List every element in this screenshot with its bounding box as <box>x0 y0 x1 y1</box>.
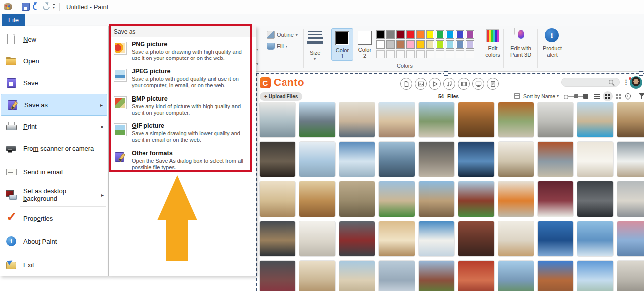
search-input[interactable] <box>561 78 620 87</box>
asset-thumbnail-classic-living-room[interactable] <box>299 260 336 291</box>
color-swatch[interactable] <box>426 30 434 39</box>
color-swatch[interactable] <box>406 30 415 39</box>
file-menu-item-new[interactable]: New <box>0 28 108 50</box>
undo-icon[interactable] <box>31 2 41 12</box>
asset-thumbnail-white-galley-kitchen[interactable] <box>299 221 336 257</box>
color-swatch[interactable] <box>416 40 425 49</box>
color1-button[interactable]: Color 1 <box>331 28 353 61</box>
file-menu-item-from-scanner-or-camera[interactable]: From scanner or camera <box>0 137 108 159</box>
file-tab[interactable]: File <box>2 14 25 26</box>
asset-thumbnail-blue-porch-home[interactable] <box>339 141 375 177</box>
asset-thumbnail-dark-modern-interior[interactable] <box>577 181 614 217</box>
empty-color-slot[interactable] <box>436 50 444 58</box>
redo-icon[interactable] <box>41 2 51 12</box>
file-menu-item-properties[interactable]: Properties <box>0 207 108 229</box>
empty-color-slot[interactable] <box>456 50 464 58</box>
asset-thumbnail-stone-cottage[interactable] <box>418 181 455 217</box>
asset-thumbnail-white-kitchen-island[interactable] <box>498 141 534 177</box>
empty-color-slot[interactable] <box>386 50 395 58</box>
sort-icon[interactable] <box>514 93 520 99</box>
image-filter-icon[interactable] <box>415 78 427 90</box>
filter-icon[interactable] <box>639 93 644 99</box>
asset-thumbnail-glass-tower-clouds[interactable] <box>577 221 614 257</box>
asset-thumbnail-balcony-facade-sky[interactable] <box>299 141 336 177</box>
asset-thumbnail-glass-apartments[interactable] <box>378 141 415 177</box>
asset-thumbnail-house-with-pool[interactable] <box>577 102 614 138</box>
asset-thumbnail-palm-courtyard[interactable] <box>458 102 495 138</box>
asset-thumbnail-beige-living-room[interactable] <box>617 102 644 138</box>
customize-toolbar-icon[interactable]: ▾ <box>53 4 55 9</box>
empty-color-slot[interactable] <box>406 50 415 58</box>
notes-filter-icon[interactable] <box>487 78 499 90</box>
asset-thumbnail-bathroom-freestanding-tub[interactable] <box>617 141 644 177</box>
file-menu-item-exit[interactable]: Exit <box>0 254 108 276</box>
asset-thumbnail-cream-kitchen[interactable] <box>259 181 296 217</box>
shapes-dropdown-caret-icon[interactable]: ▾ <box>256 47 258 52</box>
asset-thumbnail-suburban-homes-sky[interactable] <box>577 260 614 291</box>
asset-thumbnail-white-loft-interior[interactable] <box>537 102 574 138</box>
empty-color-slot[interactable] <box>376 50 385 58</box>
asset-thumbnail-balcony-corridor[interactable] <box>378 221 415 257</box>
color-swatch[interactable] <box>456 40 464 49</box>
asset-thumbnail-city-skyline-park[interactable] <box>498 260 534 291</box>
asset-thumbnail-studio-with-bicycle[interactable] <box>617 260 644 291</box>
file-menu-item-print[interactable]: Print▸ <box>0 116 108 137</box>
color-swatch[interactable] <box>376 40 385 49</box>
asset-thumbnail-bright-bedroom[interactable] <box>577 141 614 177</box>
sort-by-label[interactable]: Sort by Name <box>523 93 555 99</box>
color-swatch[interactable] <box>436 30 444 39</box>
file-menu-item-save-as[interactable]: Save as▸ <box>1 94 107 116</box>
canto-logo-icon[interactable]: C <box>260 77 271 88</box>
color-swatch[interactable] <box>376 30 385 39</box>
asset-thumbnail-shopping-street[interactable] <box>418 102 455 138</box>
user-avatar[interactable] <box>630 76 642 89</box>
asset-thumbnail-brick-estate-lawn[interactable] <box>418 260 455 291</box>
color-swatch[interactable] <box>456 30 464 39</box>
asset-thumbnail-tower-lookup[interactable] <box>378 260 415 291</box>
map-pin-icon[interactable] <box>624 92 632 100</box>
color-swatch[interactable] <box>396 40 405 49</box>
asset-thumbnail-business-meeting[interactable] <box>339 102 375 138</box>
asset-thumbnail-kitchen-bar-stools[interactable] <box>259 102 296 138</box>
color-swatch[interactable] <box>436 40 444 49</box>
asset-thumbnail-charcoal-kitchen[interactable] <box>259 221 296 257</box>
color-swatch[interactable] <box>446 30 454 39</box>
film-filter-icon[interactable] <box>458 78 470 90</box>
asset-thumbnail-grand-living-room[interactable] <box>299 181 336 217</box>
empty-color-slot[interactable] <box>416 50 425 58</box>
fill-button[interactable]: Fill ▾ <box>267 43 287 50</box>
notifications-menu-icon[interactable]: ⋮ <box>623 78 629 86</box>
sort-caret-icon[interactable]: ▾ <box>557 94 559 98</box>
list-view-icon[interactable] <box>594 94 600 95</box>
document-filter-icon[interactable] <box>400 78 412 90</box>
compact-grid-icon[interactable] <box>616 94 618 96</box>
color-swatch[interactable] <box>466 40 474 49</box>
presentation-filter-icon[interactable] <box>472 78 484 90</box>
file-menu-item-save[interactable]: Save <box>0 72 108 94</box>
asset-thumbnail-stucco-storefront[interactable] <box>378 102 415 138</box>
color-swatch[interactable] <box>466 30 474 39</box>
audio-filter-icon[interactable] <box>443 78 455 90</box>
file-menu-item-set-as-desktop-background[interactable]: Set as desktop background▸ <box>0 184 108 206</box>
asset-thumbnail-stucco-plaza[interactable] <box>339 260 375 291</box>
empty-color-slot[interactable] <box>426 50 434 58</box>
asset-thumbnail-autumn-driveway-house[interactable] <box>537 141 574 177</box>
asset-thumbnail-brick-street-view[interactable] <box>537 260 574 291</box>
color-swatch[interactable] <box>446 40 454 49</box>
asset-thumbnail-skyscraper-blue-sky[interactable] <box>537 221 574 257</box>
asset-thumbnail-empty-room-wood-floor[interactable] <box>498 221 534 257</box>
asset-thumbnail-dark-kitchen[interactable] <box>259 141 296 177</box>
empty-color-slot[interactable] <box>446 50 454 58</box>
video-filter-icon[interactable] <box>429 78 441 90</box>
asset-thumbnail-victorian-row-houses[interactable] <box>259 260 296 291</box>
slider-handle[interactable] <box>564 95 568 99</box>
file-menu-item-send-in-email[interactable]: Send in email <box>0 161 108 182</box>
quick-save-icon[interactable] <box>22 3 30 11</box>
asset-thumbnail-facade-red-awning[interactable] <box>339 221 375 257</box>
asset-thumbnail-towers-lens-flare[interactable] <box>617 221 644 257</box>
empty-color-slot[interactable] <box>396 50 405 58</box>
asset-thumbnail-suburban-house-lawn[interactable] <box>299 102 336 138</box>
shapes-dropdown-caret-icon[interactable]: ▾ <box>256 62 258 66</box>
asset-thumbnail-orange-sofa-lounge[interactable] <box>498 181 534 217</box>
asset-thumbnail-attic-bedroom[interactable] <box>617 181 644 217</box>
